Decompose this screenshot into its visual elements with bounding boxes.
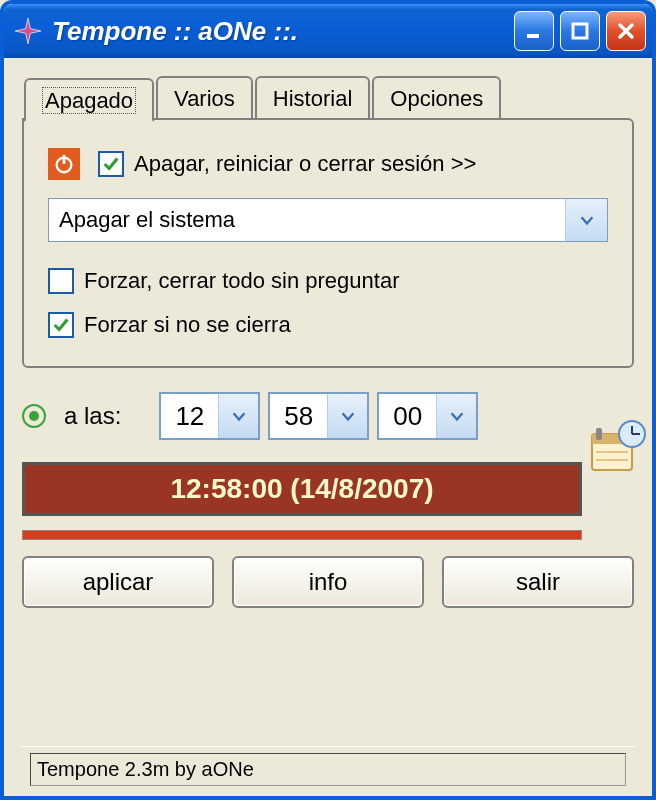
svg-rect-4: [63, 155, 66, 164]
client-area: Apagado Varios Historial Opciones Apagar…: [4, 58, 652, 796]
time-section: a las: 12 58 00: [22, 392, 634, 440]
svg-rect-7: [596, 428, 602, 440]
minute-value: 58: [270, 401, 327, 432]
hour-value: 12: [161, 401, 218, 432]
window-title: Tempone :: aONe ::.: [52, 16, 514, 47]
tab-bar: Apagado Varios Historial Opciones: [24, 76, 634, 118]
tab-apagado[interactable]: Apagado: [24, 78, 154, 122]
apagar-checkbox[interactable]: [98, 151, 124, 177]
at-time-radio[interactable]: [22, 404, 46, 428]
action-combo[interactable]: Apagar el sistema: [48, 198, 608, 242]
minimize-button[interactable]: [514, 11, 554, 51]
svg-rect-2: [573, 24, 587, 38]
hour-spinner[interactable]: 12: [159, 392, 260, 440]
chevron-down-icon[interactable]: [218, 394, 258, 438]
apagar-checkbox-label: Apagar, reiniciar o cerrar sesión >>: [134, 151, 476, 177]
second-spinner[interactable]: 00: [377, 392, 478, 440]
second-value: 00: [379, 401, 436, 432]
tab-panel-apagado: Apagar, reiniciar o cerrar sesión >> Apa…: [22, 118, 634, 368]
forzar-no-cierra-label: Forzar si no se cierra: [84, 312, 291, 338]
titlebar: Tempone :: aONe ::.: [4, 4, 652, 58]
apply-button[interactable]: aplicar: [22, 556, 214, 608]
tab-opciones[interactable]: Opciones: [372, 76, 501, 118]
calendar-clock-icon[interactable]: [588, 420, 648, 481]
statusbar: Tempone 2.3m by aONe: [22, 746, 634, 792]
chevron-down-icon[interactable]: [327, 394, 367, 438]
progress-bar: [22, 530, 582, 540]
chevron-down-icon[interactable]: [436, 394, 476, 438]
info-button[interactable]: info: [232, 556, 424, 608]
statusbar-text: Tempone 2.3m by aONe: [30, 753, 626, 786]
chevron-down-icon[interactable]: [565, 199, 607, 241]
action-combo-value: Apagar el sistema: [49, 207, 565, 233]
button-bar: aplicar info salir: [22, 556, 634, 608]
close-button[interactable]: [606, 11, 646, 51]
exit-button[interactable]: salir: [442, 556, 634, 608]
tab-varios[interactable]: Varios: [156, 76, 253, 118]
power-icon: [48, 148, 80, 180]
forzar-todo-checkbox[interactable]: [48, 268, 74, 294]
app-icon: [14, 17, 42, 45]
countdown-display: 12:58:00 (14/8/2007): [22, 462, 582, 516]
forzar-todo-label: Forzar, cerrar todo sin preguntar: [84, 268, 399, 294]
svg-marker-0: [15, 18, 41, 44]
app-window: Tempone :: aONe ::. Apagado Varios Histo…: [0, 0, 656, 800]
forzar-no-cierra-checkbox[interactable]: [48, 312, 74, 338]
svg-rect-1: [527, 34, 539, 38]
minute-spinner[interactable]: 58: [268, 392, 369, 440]
tab-historial[interactable]: Historial: [255, 76, 370, 118]
title-buttons: [514, 11, 646, 51]
maximize-button[interactable]: [560, 11, 600, 51]
at-time-label: a las:: [64, 402, 121, 430]
